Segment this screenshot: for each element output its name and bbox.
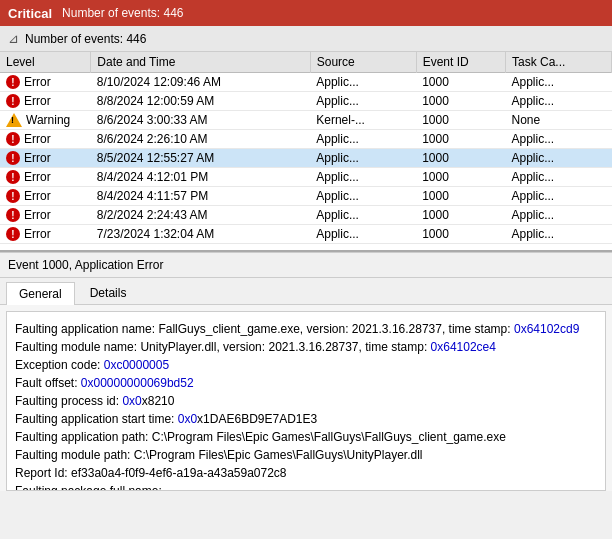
- cell-source: Applic...: [310, 130, 416, 149]
- tab-general[interactable]: General: [6, 282, 75, 305]
- cell-eventid: 1000: [416, 73, 505, 92]
- detail-line: Report Id: ef33a0a4-f0f9-4ef6-a19a-a43a5…: [15, 464, 597, 482]
- cell-source: Applic...: [310, 73, 416, 92]
- cell-taskcat: Applic...: [506, 168, 612, 187]
- cell-taskcat: Applic...: [506, 225, 612, 244]
- detail-panel: Event 1000, Application Error General De…: [0, 252, 612, 491]
- cell-datetime: 8/2/2024 2:24:43 AM: [91, 206, 310, 225]
- cell-datetime: 8/6/2024 2:26:10 AM: [91, 130, 310, 149]
- col-header-level[interactable]: Level: [0, 52, 91, 73]
- level-text: Error: [24, 151, 51, 165]
- cell-taskcat: Applic...: [506, 187, 612, 206]
- cell-source: Applic...: [310, 168, 416, 187]
- detail-line: Faulting application path: C:\Program Fi…: [15, 428, 597, 446]
- cell-level: !Error: [0, 206, 91, 225]
- col-header-source[interactable]: Source: [310, 52, 416, 73]
- cell-eventid: 1000: [416, 187, 505, 206]
- cell-eventid: 1000: [416, 149, 505, 168]
- detail-line: Faulting application start time: 0x0x1DA…: [15, 410, 597, 428]
- cell-taskcat: Applic...: [506, 130, 612, 149]
- cell-level: !Error: [0, 168, 91, 187]
- cell-datetime: 7/23/2024 1:32:04 AM: [91, 225, 310, 244]
- level-text: Error: [24, 189, 51, 203]
- cell-datetime: 8/4/2024 4:12:01 PM: [91, 168, 310, 187]
- cell-taskcat: Applic...: [506, 206, 612, 225]
- cell-source: Applic...: [310, 206, 416, 225]
- table-row[interactable]: !Error8/2/2024 2:24:43 AMApplic...1000Ap…: [0, 206, 612, 225]
- detail-line: Faulting process id: 0x0x8210: [15, 392, 597, 410]
- top-bar: Critical Number of events: 446: [0, 0, 612, 26]
- filter-bar: ⊿ Number of events: 446: [0, 26, 612, 52]
- cell-taskcat: Applic...: [506, 92, 612, 111]
- tab-details[interactable]: Details: [77, 281, 140, 304]
- level-text: Error: [24, 227, 51, 241]
- event-count-header: Number of events: 446: [62, 6, 183, 20]
- cell-source: Applic...: [310, 187, 416, 206]
- table-row[interactable]: Warning8/6/2024 3:00:33 AMKernel-...1000…: [0, 111, 612, 130]
- table-header-row: Level Date and Time Source Event ID Task…: [0, 52, 612, 73]
- cell-source: Applic...: [310, 149, 416, 168]
- cell-eventid: 1000: [416, 225, 505, 244]
- table-row[interactable]: !Error8/5/2024 12:55:27 AMApplic...1000A…: [0, 149, 612, 168]
- cell-level: !Error: [0, 149, 91, 168]
- col-header-taskcat[interactable]: Task Ca...: [506, 52, 612, 73]
- cell-datetime: 8/6/2024 3:00:33 AM: [91, 111, 310, 130]
- cell-eventid: 1000: [416, 111, 505, 130]
- detail-line: Faulting module name: UnityPlayer.dll, v…: [15, 338, 597, 356]
- detail-line: Fault offset: 0x00000000069bd52: [15, 374, 597, 392]
- col-header-eventid[interactable]: Event ID: [416, 52, 505, 73]
- detail-line: Faulting application name: FallGuys_clie…: [15, 320, 597, 338]
- col-header-datetime[interactable]: Date and Time: [91, 52, 310, 73]
- cell-taskcat: Applic...: [506, 73, 612, 92]
- table-row[interactable]: !Error8/4/2024 4:11:57 PMApplic...1000Ap…: [0, 187, 612, 206]
- level-text: Error: [24, 75, 51, 89]
- detail-line: Faulting package full name:: [15, 482, 597, 491]
- cell-level: !Error: [0, 130, 91, 149]
- table-row[interactable]: !Error8/6/2024 2:26:10 AMApplic...1000Ap…: [0, 130, 612, 149]
- detail-content: Faulting application name: FallGuys_clie…: [6, 311, 606, 491]
- cell-datetime: 8/8/2024 12:00:59 AM: [91, 92, 310, 111]
- detail-line: Exception code: 0xc0000005: [15, 356, 597, 374]
- level-text: Warning: [26, 113, 70, 127]
- events-table-container: Level Date and Time Source Event ID Task…: [0, 52, 612, 252]
- cell-source: Applic...: [310, 92, 416, 111]
- filter-icon: ⊿: [8, 31, 19, 46]
- cell-level: !Error: [0, 73, 91, 92]
- cell-taskcat: Applic...: [506, 149, 612, 168]
- detail-line: Faulting module path: C:\Program Files\E…: [15, 446, 597, 464]
- level-text: Error: [24, 132, 51, 146]
- table-row[interactable]: !Error7/23/2024 1:32:04 AMApplic...1000A…: [0, 225, 612, 244]
- cell-eventid: 1000: [416, 206, 505, 225]
- cell-level: !Error: [0, 92, 91, 111]
- cell-level: !Error: [0, 225, 91, 244]
- level-text: Error: [24, 94, 51, 108]
- filter-count-label: Number of events: 446: [25, 32, 146, 46]
- events-table: Level Date and Time Source Event ID Task…: [0, 52, 612, 244]
- cell-level: !Error: [0, 187, 91, 206]
- cell-datetime: 8/5/2024 12:55:27 AM: [91, 149, 310, 168]
- cell-eventid: 1000: [416, 92, 505, 111]
- table-row[interactable]: !Error8/10/2024 12:09:46 AMApplic...1000…: [0, 73, 612, 92]
- level-text: Error: [24, 170, 51, 184]
- table-row[interactable]: !Error8/8/2024 12:00:59 AMApplic...1000A…: [0, 92, 612, 111]
- cell-taskcat: None: [506, 111, 612, 130]
- cell-level: Warning: [0, 111, 91, 130]
- level-text: Error: [24, 208, 51, 222]
- cell-eventid: 1000: [416, 130, 505, 149]
- cell-datetime: 8/10/2024 12:09:46 AM: [91, 73, 310, 92]
- cell-source: Kernel-...: [310, 111, 416, 130]
- cell-eventid: 1000: [416, 168, 505, 187]
- cell-datetime: 8/4/2024 4:11:57 PM: [91, 187, 310, 206]
- detail-header: Event 1000, Application Error: [0, 253, 612, 278]
- detail-tabs: General Details: [0, 278, 612, 305]
- cell-source: Applic...: [310, 225, 416, 244]
- table-row[interactable]: !Error8/4/2024 4:12:01 PMApplic...1000Ap…: [0, 168, 612, 187]
- critical-label: Critical: [8, 6, 52, 21]
